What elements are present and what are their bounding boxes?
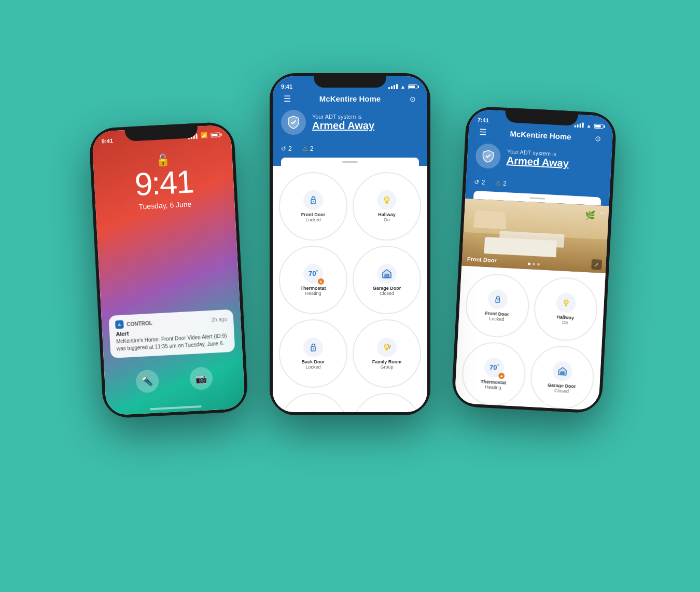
svg-rect-3: [385, 274, 389, 278]
right-history-icon[interactable]: ⊙: [592, 134, 605, 143]
back-door-status: Locked: [305, 364, 320, 370]
lock-time: 9:41: [101, 137, 113, 144]
front-door-icon-wrap: [303, 190, 323, 210]
right-alert-count: ⚠ 2: [495, 179, 507, 187]
foyer-icon-wrap: [377, 411, 397, 412]
svg-point-18: [497, 300, 498, 301]
center-adt-content: Front Door Locked: [273, 166, 427, 412]
center-adt-app: 9:41 ▲: [273, 76, 427, 412]
center-history-icon[interactable]: ⊙: [407, 95, 419, 103]
center-time: 9:41: [281, 83, 292, 90]
right-device-front-door[interactable]: Front Door Locked: [464, 272, 530, 339]
center-sync-count: ↺ 2: [281, 145, 292, 152]
right-alert-number: 2: [503, 180, 507, 187]
camera-expand-button[interactable]: ⤢: [591, 259, 602, 270]
right-thermostat-icon: 70° ▲: [484, 357, 505, 378]
center-counts: ↺ 2 ⚠ 2: [281, 142, 419, 158]
right-time: 7:41: [478, 117, 489, 123]
right-menu-icon[interactable]: ☰: [477, 127, 489, 137]
device-thermostat[interactable]: 70° ▲ Thermostat Heating: [279, 246, 347, 314]
family-room-status: Group: [380, 364, 393, 370]
adt-app-icon: A: [115, 320, 124, 329]
center-nav: ☰ McKentire Home ⊙: [281, 94, 419, 104]
device-garage[interactable]: Garage Door Closed: [353, 246, 421, 314]
center-armed-title: Armed Away: [312, 120, 374, 131]
battery-icon: [211, 132, 221, 137]
svg-point-2: [385, 196, 389, 201]
device-family-room[interactable]: Family Room Group: [353, 319, 421, 388]
right-thermostat-badge: ▲: [498, 372, 505, 379]
hallway-name: Hallway: [378, 212, 396, 218]
right-sync-count: ↺ 2: [474, 178, 485, 186]
thermostat-heating-badge: ▲: [318, 278, 324, 285]
back-door-name: Back Door: [301, 359, 325, 365]
family-room-name: Family Room: [372, 359, 402, 365]
flashlight-icon[interactable]: 🔦: [135, 369, 159, 393]
notif-time: 2h ago: [211, 316, 227, 323]
center-armed-section: Your ADT system is Armed Away: [281, 110, 419, 142]
right-signal: [575, 122, 584, 128]
camera-icon[interactable]: 📷: [189, 367, 213, 390]
center-phone: 9:41 ▲: [270, 73, 430, 415]
center-wifi: ▲: [400, 84, 405, 90]
right-armed-text: Your ADT system is Armed Away: [506, 148, 569, 169]
center-menu-icon[interactable]: ☰: [281, 94, 293, 104]
svg-point-7: [313, 348, 314, 349]
right-thermostat-status: Heating: [485, 385, 501, 391]
center-nav-title: McKentire Home: [319, 94, 381, 103]
sync-icon: ↺: [281, 145, 286, 152]
center-device-grid: Front Door Locked: [279, 172, 421, 412]
right-device-grid: Front Door Locked: [460, 272, 599, 411]
center-phone-screen: 9:41 ▲: [273, 76, 427, 412]
device-foyer[interactable]: Foyer On: [353, 393, 421, 412]
notification-card[interactable]: A CONTROL 2h ago Alert McKentire's Home:…: [108, 309, 235, 358]
center-battery: [408, 84, 419, 89]
device-hallway[interactable]: Hallway On: [353, 172, 421, 241]
right-hallway-icon: [556, 292, 577, 313]
back-door-icon-wrap: [303, 337, 323, 357]
lock-bottom-icons: 🔦 📷: [104, 365, 244, 395]
center-pull-tab[interactable]: [281, 158, 419, 166]
device-front-door[interactable]: Front Door Locked: [279, 172, 347, 241]
center-armed-text: Your ADT system is Armed Away: [312, 114, 374, 131]
center-shield: [281, 110, 306, 135]
lock-big-time: 9:41: [94, 163, 234, 203]
camera-dot-2: [533, 263, 535, 265]
alert-icon: ⚠: [302, 145, 308, 152]
camera-dot-1: [528, 262, 530, 265]
thermostat-temp: 70°: [309, 270, 318, 277]
pull-tab-bar: [342, 161, 358, 163]
lock-screen: 9:41 📶: [92, 124, 245, 415]
center-signal: [388, 84, 398, 89]
thermostat-status: Heating: [305, 291, 321, 296]
alert-number: 2: [310, 145, 314, 152]
svg-point-8: [385, 344, 389, 348]
right-device-hallway[interactable]: Hallway On: [533, 276, 599, 342]
right-adt-content: Front Door Locked: [454, 266, 605, 411]
center-alert-count: ⚠ 2: [302, 145, 314, 152]
left-phone: 9:41 📶: [89, 121, 249, 419]
garage-icon-wrap: [377, 264, 397, 284]
right-device-garage[interactable]: Garage Door Closed: [529, 344, 595, 411]
camera-section[interactable]: 🌿 ··· Front Door ⤢: [461, 199, 609, 273]
signal-bars: [188, 133, 197, 139]
right-adt-header: 7:41 ▲: [465, 109, 614, 206]
center-home-bar: [324, 407, 376, 409]
right-alert-icon: ⚠: [495, 179, 501, 187]
bedroom-icon-wrap: [303, 411, 323, 412]
right-garage-status: Closed: [554, 388, 569, 394]
right-device-thermostat[interactable]: 70° ▲ Thermostat Heating: [460, 341, 527, 407]
right-sync-number: 2: [481, 179, 485, 186]
device-back-door[interactable]: Back Door Locked: [279, 319, 347, 388]
front-door-status: Locked: [305, 217, 320, 222]
right-hallway-name: Hallway: [556, 314, 574, 321]
device-bedroom[interactable]: Bedroom Off: [279, 393, 347, 412]
center-status-bar: 9:41 ▲: [281, 83, 419, 90]
main-scene: 9:41 📶: [65, 42, 635, 550]
hallway-status: On: [384, 217, 390, 222]
garage-name: Garage Door: [373, 286, 401, 291]
right-phone-screen: 7:41 ▲: [454, 109, 613, 411]
hallway-icon-wrap: [377, 190, 397, 210]
camera-more-button[interactable]: ···: [599, 210, 605, 216]
garage-status: Closed: [380, 291, 394, 296]
